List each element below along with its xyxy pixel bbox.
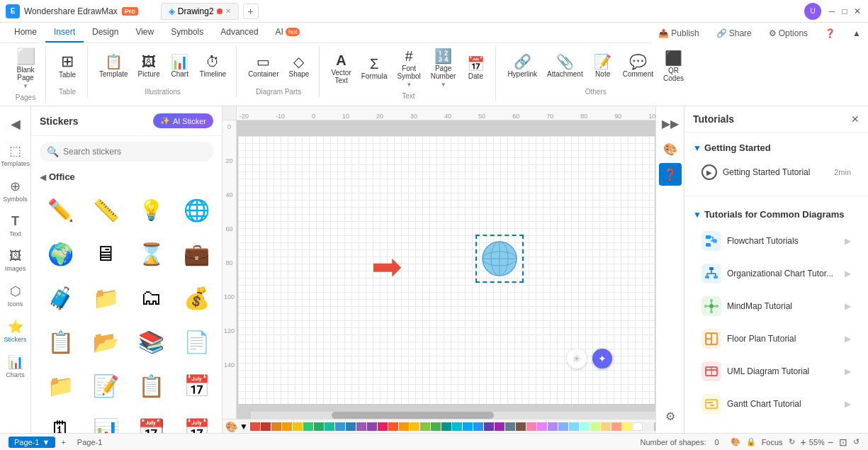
sidebar-collapse-button[interactable]: ◀ [1,112,30,136]
color-swatch[interactable] [399,422,409,431]
tab-close[interactable]: ✕ [225,7,231,15]
table-button[interactable]: ⊞ Table [53,51,81,81]
add-tab-button[interactable]: + [243,4,259,19]
canvas-selected-element[interactable] [475,235,524,283]
sidebar-item-charts[interactable]: 📊 Charts [1,350,30,383]
tab-view[interactable]: View [127,23,162,43]
scrollbar-thumb[interactable] [332,412,493,419]
color-swatch[interactable] [495,422,505,431]
color-swatch[interactable] [325,422,334,431]
collapse-ribbon-button[interactable]: ▲ [845,26,868,41]
sticker-item[interactable]: 🗂 [130,277,171,318]
color-swatch[interactable] [282,422,292,431]
color-swatch[interactable] [452,422,462,431]
color-swatch[interactable] [463,422,473,431]
font-symbol-button[interactable]: # FontSymbol ▼ [393,46,424,91]
getting-started-tutorial-item[interactable]: ▶ Getting Started Tutorial 2min [690,159,862,186]
tab-symbols[interactable]: Symbols [162,23,212,43]
color-swatch[interactable] [367,422,377,431]
right-panel-expand-icon[interactable]: ▶▶ [659,112,682,135]
sticker-item[interactable]: 📄 [176,321,217,362]
note-button[interactable]: 📝 Note [589,52,617,81]
uml-tutorial-item[interactable]: UML Diagram Tutorial ▶ [690,356,862,387]
color-swatch[interactable] [303,422,313,431]
undo-icon[interactable]: ↺ [853,437,859,446]
color-swatch[interactable] [346,422,356,431]
common-diagrams-header[interactable]: ▼ Tutorials for Common Diagrams [684,205,868,224]
color-swatch[interactable] [633,422,643,431]
hyperlink-button[interactable]: 🔗 Hyperlink [503,52,541,81]
attachment-button[interactable]: 📎 Attachment [543,52,587,81]
category-header[interactable]: ◀ Office [31,167,222,186]
sticker-item[interactable]: 📚 [130,321,171,362]
zoom-in-button[interactable]: − [828,437,833,448]
page-number-button[interactable]: 🔢 PageNumber ▼ [427,46,461,91]
sidebar-item-images[interactable]: 🖼 Images [1,244,30,276]
color-swatch[interactable] [580,422,590,431]
tab-design[interactable]: Design [84,23,127,43]
right-panel-help-icon[interactable]: ❓ [659,163,682,186]
blank-page-button[interactable]: ⬜ BlankPage ▼ [11,46,40,92]
sticker-item[interactable]: 📁 [85,277,126,318]
sticker-item[interactable]: ⌛ [130,233,171,274]
color-swatch[interactable] [548,422,558,431]
sidebar-item-templates[interactable]: ⬚ Templates [1,139,30,171]
panel-close-button[interactable]: ✕ [851,113,859,125]
scrollbar-horizontal[interactable] [251,412,655,419]
tab-ai[interactable]: AI hot [267,23,309,43]
sticker-item[interactable]: 📅 [176,409,217,433]
color-swatch[interactable] [441,422,451,431]
color-swatch[interactable] [569,422,579,431]
color-swatch[interactable] [526,422,536,431]
sticker-item[interactable]: 📝 [85,365,126,406]
minimize-button[interactable]: ─ [827,6,837,16]
sticker-item[interactable]: 🧳 [40,277,81,318]
color-swatch[interactable] [356,422,366,431]
sticker-item[interactable]: 📁 [40,365,81,406]
date-button[interactable]: 📅 Date [461,54,490,83]
magic-tool-button[interactable]: ✦ [592,349,612,369]
color-picker-icon[interactable]: 🎨 [225,421,237,432]
add-page-button[interactable]: + [61,438,65,446]
timeline-button[interactable]: ⏱ Timeline [196,52,230,81]
user-avatar[interactable]: U [804,3,821,20]
sticker-item[interactable]: 💼 [176,233,217,274]
flowchart-tutorial-item[interactable]: Flowchart Tutorials ▶ [690,225,862,257]
color-swatch[interactable] [484,422,494,431]
options-button[interactable]: ⚙ Options [762,26,815,41]
ai-sticker-button[interactable]: ✨ AI Sticker [153,113,213,128]
page-1-nav-tab[interactable]: Page-1 ▼ [9,437,55,448]
formula-button[interactable]: Σ Formula [357,54,392,83]
qr-codes-button[interactable]: ⬛ QRCodes [659,48,688,85]
color-swatch[interactable] [611,422,621,431]
color-swatch[interactable] [314,422,324,431]
floorplan-tutorial-item[interactable]: Floor Plan Tutorial ▶ [690,323,862,354]
help-button[interactable]: ❓ [818,26,842,41]
gantt-tutorial-item[interactable]: Gantt Chart Tutorial ▶ [690,388,862,420]
maximize-button[interactable]: □ [840,6,850,16]
tab-advanced[interactable]: Advanced [212,23,266,43]
sticker-item[interactable]: 💡 [130,189,171,230]
chart-button[interactable]: 📊 Chart [166,52,194,81]
shape-button[interactable]: ◇ Shape [284,52,313,81]
sticker-item[interactable]: 📂 [85,321,126,362]
color-swatch[interactable] [271,422,281,431]
right-panel-paint-icon[interactable]: 🎨 [659,137,682,160]
color-swatch[interactable] [516,422,526,431]
focus-label[interactable]: Focus [762,438,783,446]
sticker-item[interactable]: 📏 [85,189,126,230]
color-swatch[interactable] [250,422,260,431]
color-swatch[interactable] [643,422,653,431]
sidebar-item-text[interactable]: T Text [1,210,30,242]
color-swatch[interactable] [431,422,441,431]
sticker-item[interactable]: 📋 [40,321,81,362]
color-swatch[interactable] [622,422,632,431]
color-swatch[interactable] [293,422,303,431]
color-swatch[interactable] [537,422,547,431]
sparkle-tool-button[interactable]: ✳ [567,349,587,369]
publish-button[interactable]: 📤 Publish [651,26,706,41]
color-swatch[interactable] [388,422,398,431]
sticker-item[interactable]: ✏️ [40,189,81,230]
sidebar-item-stickers[interactable]: ⭐ Stickers [1,315,30,347]
sidebar-item-icons[interactable]: ⬡ Icons [1,279,30,312]
